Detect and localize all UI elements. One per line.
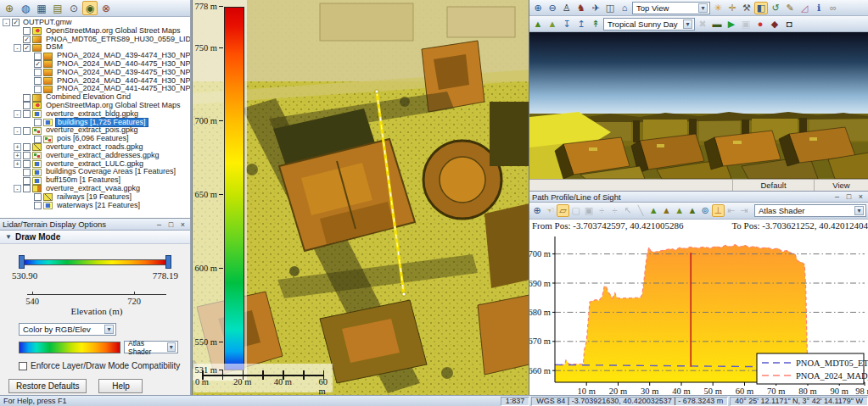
collapse-icon[interactable]: - bbox=[3, 19, 10, 26]
layer-checkbox[interactable] bbox=[23, 110, 31, 118]
record-setup-icon[interactable]: ▬ bbox=[710, 18, 724, 31]
layer-tree[interactable]: -✓OUTPUT.gmwOpenStreetMap.org Global Str… bbox=[0, 17, 190, 215]
wireframe-icon[interactable]: ◫ bbox=[603, 2, 617, 14]
layer-checkbox[interactable]: ✓ bbox=[34, 60, 42, 68]
layer-checkbox[interactable] bbox=[34, 86, 42, 93]
layer-checkbox[interactable]: ✓ bbox=[12, 19, 20, 26]
slope-up-icon[interactable]: ÷ bbox=[596, 204, 608, 217]
snapshot-icon[interactable]: ◘ bbox=[782, 18, 796, 31]
layer-visibility-icon[interactable]: ◉ bbox=[82, 1, 98, 15]
elevation-range-slider[interactable] bbox=[19, 255, 171, 269]
collapse-icon[interactable]: - bbox=[14, 127, 21, 135]
collapse-icon[interactable]: - bbox=[14, 185, 21, 192]
expand-icon[interactable]: + bbox=[14, 152, 21, 159]
record-icon[interactable]: ● bbox=[753, 18, 767, 31]
vegetation-icon[interactable]: ↟ bbox=[589, 18, 602, 31]
zoom-out-icon[interactable]: ⊖ bbox=[546, 2, 559, 14]
next-segment-icon[interactable]: ⇥ bbox=[738, 204, 750, 217]
select-points-icon[interactable]: ▣ bbox=[583, 204, 595, 217]
water-lower-icon[interactable]: ↥ bbox=[574, 18, 588, 31]
tools-icon[interactable]: ⚒ bbox=[740, 2, 753, 14]
layer-checkbox[interactable] bbox=[34, 202, 42, 209]
help-button[interactable]: Help bbox=[98, 379, 143, 393]
layer-checkbox[interactable] bbox=[34, 136, 42, 143]
tree-item[interactable]: ✓PNOA_MDT05_ETRS89_HU30_0559_LID.tif bbox=[0, 36, 190, 44]
draw-mode-section[interactable]: ▼ Draw Mode bbox=[0, 231, 190, 244]
profile-shader-select[interactable]: Atlas Shader ▾ bbox=[754, 204, 866, 217]
pick-position-icon[interactable]: ↖ bbox=[622, 204, 634, 217]
layer-checkbox[interactable] bbox=[23, 177, 31, 185]
prev-segment-icon[interactable]: ⇤ bbox=[725, 204, 737, 217]
sight-line-icon[interactable]: ╲ bbox=[635, 204, 647, 217]
path-marker-icon[interactable]: ⊥ bbox=[712, 204, 724, 217]
layer-checkbox[interactable]: ✓ bbox=[23, 36, 31, 43]
terrain-peak-icon[interactable]: ▲ bbox=[660, 204, 672, 217]
layer-checkbox[interactable] bbox=[34, 53, 42, 60]
pan-profile-icon[interactable]: ☜ bbox=[544, 204, 556, 217]
close-layer-icon[interactable]: ⊗ bbox=[98, 1, 114, 15]
view-direction-select[interactable]: Top View ▾ bbox=[632, 2, 710, 14]
orbit-icon[interactable]: ↺ bbox=[769, 2, 782, 14]
export-profile-icon[interactable]: ⊚ bbox=[699, 204, 711, 217]
info-icon[interactable]: ℹ bbox=[812, 2, 826, 14]
walk-mode-icon[interactable]: ♙ bbox=[560, 2, 574, 14]
color-mode-select[interactable]: Color by RGB/Elev ▾ bbox=[19, 323, 116, 336]
play-icon[interactable]: ▶ bbox=[725, 18, 738, 31]
layer-checkbox[interactable] bbox=[34, 69, 42, 76]
enforce-compatibility-checkbox[interactable] bbox=[19, 362, 27, 370]
metadata-globe-icon[interactable]: ◍ bbox=[18, 1, 33, 15]
range-max-handle[interactable] bbox=[165, 255, 171, 269]
draw-icon[interactable]: ✎ bbox=[783, 2, 797, 14]
maximize-icon[interactable]: □ bbox=[844, 192, 854, 201]
restore-defaults-button[interactable]: Restore Defaults bbox=[8, 379, 87, 393]
map-view[interactable]: 0 m20 m40 m60 m 778 m750 m700 m650 m600 … bbox=[192, 0, 529, 395]
layer-checkbox[interactable] bbox=[23, 94, 31, 102]
pause-icon[interactable]: ▣ bbox=[739, 18, 753, 31]
terrain-edit-icon[interactable]: ▲ bbox=[674, 204, 686, 217]
hover-mode-icon[interactable]: ♞ bbox=[574, 2, 588, 14]
split-view-icon[interactable]: ◧ bbox=[754, 2, 768, 14]
sun-lighting-icon[interactable]: ✳ bbox=[711, 2, 725, 14]
zoom-in-icon[interactable]: ⊕ bbox=[531, 2, 545, 14]
range-min-handle[interactable] bbox=[19, 255, 25, 269]
layer-checkbox[interactable] bbox=[23, 169, 31, 176]
slope-down-icon[interactable]: ÷ bbox=[608, 204, 620, 217]
layer-checkbox[interactable] bbox=[23, 185, 31, 192]
tree-item[interactable]: waterways [21 Features] bbox=[0, 202, 190, 210]
layer-checkbox[interactable] bbox=[23, 160, 31, 168]
fly-mode-icon[interactable]: ✈ bbox=[589, 2, 602, 14]
atmosphere-select[interactable]: Tropical Sunny Day ▾ bbox=[603, 18, 695, 31]
center-crosshair-icon[interactable]: ✛ bbox=[725, 2, 739, 14]
close-icon[interactable]: × bbox=[178, 220, 188, 229]
layer-checkbox[interactable] bbox=[23, 152, 31, 159]
layer-checkbox[interactable] bbox=[23, 102, 31, 109]
exaggeration-down-icon[interactable]: ▲ bbox=[546, 18, 559, 31]
layer-checkbox[interactable]: ✓ bbox=[23, 44, 31, 52]
layer-copy-icon[interactable]: ▤ bbox=[50, 1, 65, 15]
layer-checkbox[interactable] bbox=[34, 77, 42, 85]
shader-select[interactable]: Atlas Shader ▾ bbox=[124, 341, 178, 353]
close-icon[interactable]: × bbox=[856, 192, 865, 201]
expand-icon[interactable]: + bbox=[14, 160, 21, 168]
measure-icon[interactable]: ◿ bbox=[798, 2, 811, 14]
minimize-icon[interactable]: – bbox=[154, 220, 164, 229]
collapse-icon[interactable]: - bbox=[14, 110, 21, 118]
video-camera-icon[interactable]: ◆ bbox=[768, 18, 781, 31]
layer-checkbox[interactable] bbox=[23, 127, 31, 135]
layer-checkbox[interactable] bbox=[23, 143, 31, 151]
water-raise-icon[interactable]: ↧ bbox=[560, 18, 574, 31]
select-region-icon[interactable]: ▢ bbox=[570, 204, 582, 217]
cut-and-fill-icon[interactable]: ▲ bbox=[647, 204, 659, 217]
home-view-icon[interactable]: ⌂ bbox=[618, 2, 631, 14]
zoom-profile-icon[interactable]: ⊕ bbox=[531, 204, 543, 217]
layer-checkbox[interactable] bbox=[34, 193, 42, 201]
layer-checkbox[interactable] bbox=[23, 27, 31, 35]
layer-checkbox[interactable] bbox=[34, 119, 42, 126]
viewer-3d-panel[interactable]: ⊕⊖♙♞✈◫⌂ Top View ▾ ✳✛⚒◧↺✎◿ℹ∞ ▲▲↧↥↟ Tropi… bbox=[529, 0, 868, 191]
measure-profile-icon[interactable]: ▱ bbox=[557, 204, 568, 217]
terrain-analyze-icon[interactable]: ▲ bbox=[686, 204, 698, 217]
cancel-flythrough-icon[interactable]: ✖ bbox=[696, 18, 709, 31]
expand-icon[interactable]: + bbox=[14, 143, 21, 151]
layer-zoom-icon[interactable]: ⊙ bbox=[66, 1, 81, 15]
link-views-icon[interactable]: ∞ bbox=[826, 2, 840, 14]
